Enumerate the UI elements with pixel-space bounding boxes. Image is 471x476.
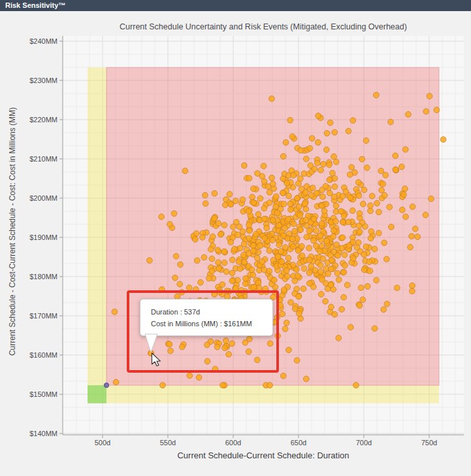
scatter-point[interactable] — [246, 348, 252, 354]
scatter-point[interactable] — [321, 162, 327, 167]
scatter-point[interactable] — [298, 148, 304, 154]
scatter-point[interactable] — [382, 240, 387, 246]
scatter-point[interactable] — [291, 244, 297, 250]
scatter-point[interactable] — [360, 297, 366, 303]
scatter-point[interactable] — [259, 259, 265, 265]
scatter-point[interactable] — [317, 248, 323, 254]
scatter-point[interactable] — [298, 227, 304, 233]
scatter-point[interactable] — [340, 219, 346, 225]
scatter-point[interactable] — [333, 203, 339, 209]
scatter-point[interactable] — [383, 173, 389, 178]
scatter-point[interactable] — [246, 235, 252, 241]
scatter-point[interactable] — [271, 277, 277, 283]
scatter-point[interactable] — [228, 239, 234, 245]
scatter-point[interactable] — [299, 243, 305, 249]
scatter-point[interactable] — [171, 211, 177, 216]
scatter-point[interactable] — [255, 171, 261, 177]
scatter-point[interactable] — [343, 189, 349, 195]
scatter-point[interactable] — [340, 235, 346, 241]
scatter-point[interactable] — [214, 344, 220, 350]
scatter-point[interactable] — [237, 245, 243, 251]
scatter-point[interactable] — [289, 134, 295, 140]
scatter-point[interactable] — [221, 222, 227, 228]
scatter-point[interactable] — [410, 288, 415, 294]
scatter-point[interactable] — [226, 352, 232, 358]
scatter-point[interactable] — [320, 256, 326, 262]
scatter-point[interactable] — [240, 197, 246, 203]
scatter-point[interactable] — [291, 221, 297, 227]
scatter-point[interactable] — [203, 201, 208, 207]
scatter-point[interactable] — [281, 201, 287, 207]
scatter-point[interactable] — [261, 163, 267, 169]
scatter-point[interactable] — [280, 154, 286, 160]
scatter-point[interactable] — [287, 201, 293, 207]
scatter-point[interactable] — [278, 248, 284, 254]
scatter-point[interactable] — [218, 231, 223, 237]
scatter-point[interactable] — [364, 165, 370, 171]
scatter-point[interactable] — [231, 224, 236, 230]
scatter-point[interactable] — [247, 336, 253, 342]
scatter-point[interactable] — [321, 208, 327, 214]
scatter-point[interactable] — [328, 282, 334, 288]
scatter-point[interactable] — [294, 358, 300, 364]
scatter-point[interactable] — [363, 244, 369, 250]
scatter-point[interactable] — [314, 190, 319, 196]
scatter-point[interactable] — [261, 205, 267, 211]
scatter-point[interactable] — [261, 216, 267, 222]
scatter-point[interactable] — [317, 269, 323, 275]
scatter-point[interactable] — [280, 190, 286, 196]
scatter-point[interactable] — [361, 267, 367, 273]
scatter-point[interactable] — [210, 234, 216, 240]
scatter-point[interactable] — [246, 175, 252, 181]
scatter-point[interactable] — [331, 194, 337, 200]
scatter-point[interactable] — [204, 358, 210, 364]
scatter-point[interactable] — [440, 137, 446, 143]
scatter-point[interactable] — [334, 242, 340, 248]
scatter-point[interactable] — [402, 146, 408, 152]
scatter-point[interactable] — [311, 216, 317, 222]
scatter-point[interactable] — [347, 172, 353, 178]
scatter-point[interactable] — [251, 186, 257, 192]
scatter-point[interactable] — [358, 285, 364, 291]
scatter-point[interactable] — [113, 379, 119, 385]
scatter-point[interactable] — [356, 193, 362, 199]
scatter-point[interactable] — [203, 192, 208, 198]
scatter-point[interactable] — [270, 237, 276, 243]
scatter-point[interactable] — [297, 212, 303, 218]
scatter-point[interactable] — [253, 231, 259, 237]
scatter-point[interactable] — [406, 112, 412, 118]
scatter-point[interactable] — [209, 268, 215, 274]
scatter-point[interactable] — [311, 237, 317, 243]
scatter-point[interactable] — [383, 256, 389, 262]
scatter-point[interactable] — [284, 267, 289, 273]
hovered-scatter-point[interactable] — [148, 350, 154, 356]
scatter-point[interactable] — [215, 247, 221, 253]
scatter-point[interactable] — [186, 285, 192, 291]
scatter-point[interactable] — [348, 195, 353, 201]
scatter-point[interactable] — [408, 245, 414, 250]
scatter-point[interactable] — [323, 183, 329, 189]
scatter-point[interactable] — [323, 147, 329, 153]
scatter-point[interactable] — [374, 277, 380, 283]
scatter-point[interactable] — [357, 303, 363, 309]
scatter-point[interactable] — [302, 201, 308, 207]
scatter-point[interactable] — [331, 154, 337, 160]
scatter-point[interactable] — [412, 226, 418, 232]
scatter-point[interactable] — [368, 235, 374, 241]
scatter-point[interactable] — [401, 192, 407, 197]
scatter-point[interactable] — [254, 255, 260, 261]
scatter-point[interactable] — [357, 211, 363, 216]
scatter-point[interactable] — [376, 230, 382, 236]
scatter-point[interactable] — [334, 271, 340, 277]
scatter-point[interactable] — [319, 221, 325, 227]
scatter-point[interactable] — [380, 181, 386, 187]
scatter-point[interactable] — [242, 259, 248, 265]
scatter-point[interactable] — [393, 153, 398, 159]
scatter-point[interactable] — [331, 228, 337, 234]
scatter-point[interactable] — [379, 188, 385, 194]
scatter-point[interactable] — [286, 347, 292, 353]
scatter-point[interactable] — [299, 253, 305, 259]
scatter-point[interactable] — [212, 190, 218, 196]
scatter-point[interactable] — [394, 285, 400, 291]
scatter-point[interactable] — [229, 341, 235, 347]
